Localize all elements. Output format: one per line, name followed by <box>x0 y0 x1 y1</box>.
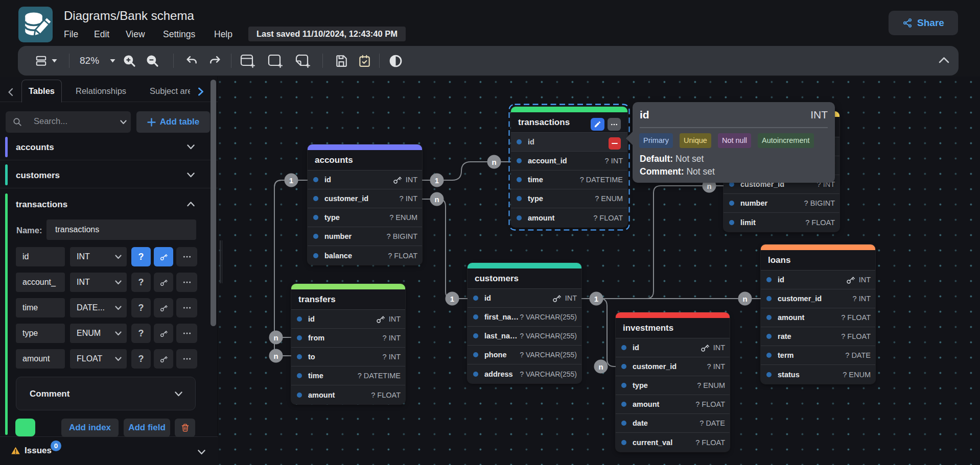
svg-text:n: n <box>742 295 747 303</box>
svg-text:n: n <box>707 182 711 190</box>
svg-text:n: n <box>273 352 278 360</box>
svg-text:1: 1 <box>435 176 439 185</box>
svg-text:n: n <box>598 362 603 371</box>
svg-text:1: 1 <box>594 295 598 303</box>
svg-text:1: 1 <box>289 176 293 185</box>
svg-text:n: n <box>492 158 496 166</box>
svg-text:n: n <box>434 195 439 204</box>
svg-text:1: 1 <box>450 295 454 303</box>
svg-text:n: n <box>273 333 278 342</box>
